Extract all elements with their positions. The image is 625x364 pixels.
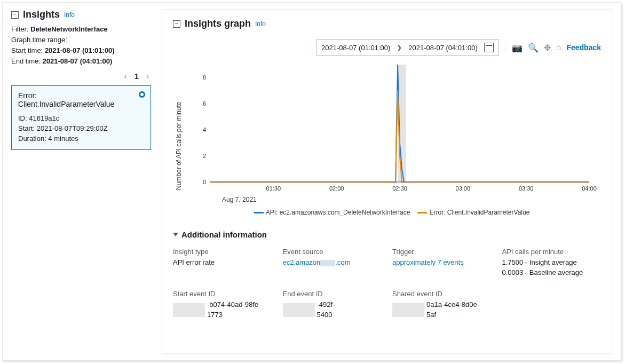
camera-icon[interactable]: 📷: [512, 43, 523, 53]
field-event-source: Event source ec2.amazon.com: [283, 248, 382, 278]
card-error-value: Client.InvalidParameterValue: [18, 100, 144, 108]
end-time-label: End time:: [11, 57, 41, 65]
range-label: Graph time range:: [11, 35, 151, 45]
separator: [505, 42, 505, 53]
event-source-link[interactable]: ec2.amazon.com: [283, 258, 351, 266]
range-start: 2021-08-07 (01:01:00): [321, 44, 390, 52]
svg-text:2: 2: [203, 153, 206, 159]
y-axis-title: Number of API calls per minute: [173, 59, 183, 216]
svg-text:04:00: 04:00: [582, 185, 597, 192]
end-time-value: 2021-08-07 (04:01:00): [43, 57, 113, 65]
legend-series-2: Error: Client.InvalidParameterValue: [417, 209, 529, 216]
sidebar-title: Insights: [23, 9, 60, 20]
filter-label: Filter:: [11, 25, 29, 33]
additional-info: Additional information Insight type API …: [173, 230, 601, 320]
svg-text:0: 0: [203, 179, 206, 185]
insights-graph-panel: Insights graph Info 2021-08-07 (01:01:00…: [162, 9, 612, 354]
move-icon[interactable]: ✥: [544, 43, 551, 53]
page-number: 1: [135, 72, 139, 81]
svg-text:02:00: 02:00: [329, 185, 344, 192]
start-time-value: 2021-08-07 (01:01:00): [45, 46, 115, 54]
card-start: Start: 2021-08-07T09:29:00Z: [18, 124, 144, 134]
x-axis-date: Aug 7, 2021: [222, 196, 601, 203]
next-page-icon[interactable]: ›: [146, 72, 149, 81]
zoom-icon[interactable]: 🔍: [528, 43, 539, 53]
redacted-text: [283, 303, 315, 317]
field-start-event-id: Start event ID -b074-40ad-98fe-1773: [173, 290, 272, 320]
graph-title: Insights graph: [185, 18, 251, 29]
card-error-label: Error:: [18, 91, 144, 100]
redacted-text: [320, 260, 335, 266]
field-shared-event-id: Shared event ID 0a1a-4ce4-8d0e-5af: [392, 290, 492, 320]
svg-text:6: 6: [203, 100, 206, 107]
filter-value: DeleteNetworkInterface: [30, 25, 108, 33]
chart-svg: 0246801:3002:0002:3003:0003:3004:00: [183, 59, 601, 198]
chart: Number of API calls per minute 0246801:3…: [173, 59, 601, 216]
date-range-picker[interactable]: 2021-08-07 (01:01:00) ❯ 2021-08-07 (04:0…: [317, 39, 499, 56]
end-time-line: End time: 2021-08-07 (04:01:00): [11, 57, 151, 67]
chevron-down-icon: [173, 233, 178, 236]
collapse-icon[interactable]: [173, 20, 180, 28]
status-dot-icon: [139, 91, 145, 98]
card-id: ID: 41619a1c: [18, 114, 144, 124]
redacted-text: [173, 303, 205, 317]
svg-text:03:30: 03:30: [519, 185, 534, 192]
start-time-label: Start time:: [11, 46, 43, 54]
range-end: 2021-08-07 (04:01:00): [408, 44, 477, 52]
svg-text:02:30: 02:30: [392, 185, 407, 192]
start-time-line: Start time: 2021-08-07 (01:01:00): [11, 46, 151, 56]
svg-text:4: 4: [203, 126, 206, 133]
insight-card[interactable]: Error: Client.InvalidParameterValue ID: …: [11, 85, 151, 150]
svg-text:03:00: 03:00: [456, 185, 471, 192]
pager: ‹ 1 ›: [11, 72, 151, 81]
filter-line: Filter: DeleteNetworkInterface: [11, 25, 151, 35]
chevron-right-icon: ❯: [397, 44, 402, 51]
field-api-calls: API calls per minute 1.7500 - Insight av…: [502, 248, 602, 278]
trigger-link[interactable]: approximately 7 events: [392, 258, 464, 266]
prev-page-icon[interactable]: ‹: [124, 72, 127, 81]
redacted-text: [392, 303, 424, 317]
svg-text:8: 8: [203, 74, 206, 81]
collapse-icon[interactable]: [11, 11, 19, 19]
field-trigger: Trigger approximately 7 events: [392, 248, 492, 278]
graph-info-link[interactable]: Info: [255, 20, 266, 28]
chart-legend: API: ec2.amazonaws.com_DeleteNetworkInte…: [183, 209, 601, 216]
legend-series-1: API: ec2.amazonaws.com_DeleteNetworkInte…: [254, 209, 410, 216]
field-end-event-id: End event ID -492f-5400: [283, 290, 382, 320]
svg-text:01:30: 01:30: [266, 185, 281, 192]
graph-toolbar: 2021-08-07 (01:01:00) ❯ 2021-08-07 (04:0…: [173, 39, 601, 56]
feedback-link[interactable]: Feedback: [566, 43, 601, 52]
card-duration: Duration: 4 minutes: [18, 134, 144, 144]
home-icon[interactable]: ⌂: [556, 43, 561, 52]
additional-info-heading[interactable]: Additional information: [173, 230, 601, 239]
field-insight-type: Insight type API error rate: [173, 248, 272, 278]
calendar-icon[interactable]: [484, 43, 494, 52]
sidebar-info-link[interactable]: Info: [64, 11, 75, 19]
insights-sidebar: Insights Info Filter: DeleteNetworkInter…: [11, 9, 151, 354]
